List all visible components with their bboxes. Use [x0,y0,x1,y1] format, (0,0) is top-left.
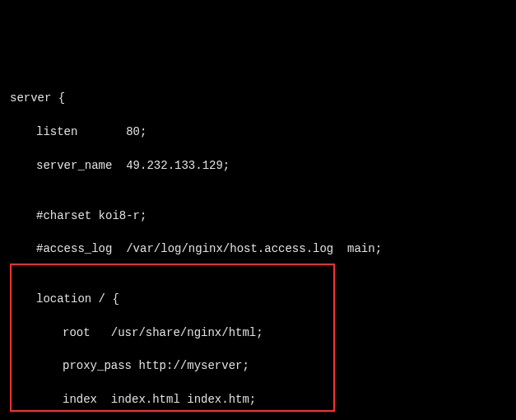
code-line: server_name 49.232.133.129; [10,157,506,174]
code-line: index index.html index.htm; [10,391,506,408]
nginx-config-code: server { listen 80; server_name 49.232.1… [10,73,506,420]
code-line: root /usr/share/nginx/html; [10,324,506,341]
code-line: proxy_pass http://myserver; [10,357,506,374]
code-line-comment: #access_log /var/log/nginx/host.access.l… [10,240,506,257]
code-line: location / { [10,291,506,307]
code-line: listen 80; [10,124,506,140]
code-line-comment: #charset koi8-r; [10,208,506,224]
code-line: server { [10,90,506,106]
